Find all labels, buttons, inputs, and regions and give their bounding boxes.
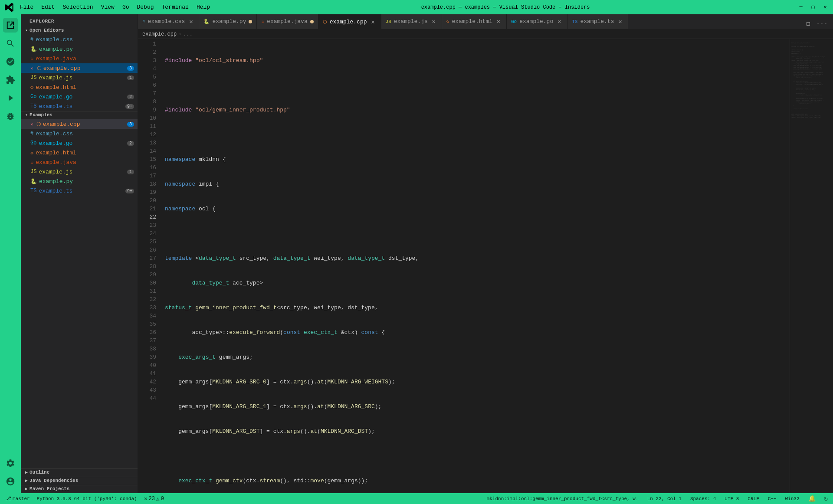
example-file-cpp[interactable]: ✕ ⬡ example.cpp 3: [21, 119, 138, 129]
code-line-1: #include "ocl/ocl_stream.hpp": [165, 56, 790, 65]
examples-section[interactable]: ▾ Examples: [21, 111, 138, 119]
cpp2-badge: 3: [127, 122, 134, 127]
source-control-icon[interactable]: [3, 54, 18, 69]
ln-17: 17: [138, 172, 156, 180]
split-editor-button[interactable]: ⊟: [804, 19, 812, 29]
explorer-icon[interactable]: [3, 18, 18, 33]
example-file-js[interactable]: JS example.js 1: [21, 167, 138, 177]
statusbar-left: ⎇ master Python 3.6.8 64-bit ('py36': co…: [3, 495, 166, 502]
go-file-icon: Go: [30, 94, 36, 100]
ln-21: 21: [138, 205, 156, 213]
tab-py[interactable]: 🐍 example.py: [199, 14, 257, 29]
tab-css[interactable]: # example.css ✕: [138, 14, 199, 29]
search-icon[interactable]: [3, 36, 18, 51]
tab-java[interactable]: ☕ example.java: [257, 14, 318, 29]
tab-ts[interactable]: TS example.ts ✕: [567, 14, 628, 29]
tab-go[interactable]: Go example.go ✕: [507, 14, 567, 29]
indentation[interactable]: Spaces: 4: [689, 496, 718, 501]
example-file-ts[interactable]: TS example.ts 9+: [21, 186, 138, 196]
eol[interactable]: CRLF: [746, 496, 761, 501]
code-line-12: acc_type>::execute_forward(const exec_ct…: [165, 328, 790, 337]
open-file-cpp[interactable]: ✕ ⬡ example.cpp 3: [21, 63, 138, 73]
java-deps-section[interactable]: ▶ Java Dependencies: [21, 477, 138, 485]
example-file-css[interactable]: # example.css: [21, 129, 138, 138]
tab-js[interactable]: JS example.js ✕: [381, 14, 442, 29]
js-tab-label: example.js: [394, 18, 428, 25]
go2-file-icon: Go: [30, 140, 36, 146]
ln-19: 19: [138, 188, 156, 196]
ln-22: 22: [138, 213, 156, 221]
tab-html[interactable]: ◇ example.html ✕: [442, 14, 507, 29]
debug-icon[interactable]: [3, 109, 18, 124]
open-file-java[interactable]: ☕ example.java: [21, 54, 138, 63]
minimize-button[interactable]: ─: [797, 4, 804, 10]
open-file-html[interactable]: ◇ example.html: [21, 82, 138, 92]
example-file-go[interactable]: Go example.go 2: [21, 138, 138, 148]
open-file-ts[interactable]: TS example.ts 9+: [21, 101, 138, 111]
menu-view[interactable]: View: [98, 3, 118, 11]
ln-15: 15: [138, 155, 156, 164]
git-branch[interactable]: ⎇ master: [3, 495, 32, 502]
ln-38: 38: [138, 345, 156, 353]
error-count[interactable]: ✕ 23 ⚠ 0: [142, 495, 166, 502]
git-status[interactable]: mkldnn:impl:ocl:gemm_inner_product_fwd_t…: [485, 496, 640, 501]
breadcrumb-file[interactable]: example.cpp: [142, 31, 177, 37]
maven-section[interactable]: ▶ Maven Projects: [21, 485, 138, 493]
java-filename: example.java: [36, 56, 76, 62]
platform-label: Win32: [785, 496, 800, 501]
maximize-button[interactable]: ▢: [810, 4, 817, 10]
encoding[interactable]: UTF-8: [723, 496, 741, 501]
code-line-17: [165, 452, 790, 460]
ts-tab-label: example.ts: [580, 18, 614, 25]
run-icon[interactable]: [3, 91, 18, 105]
ts-tab-close[interactable]: ✕: [617, 18, 623, 25]
ln-44: 44: [138, 394, 156, 403]
cpp-tab-close[interactable]: ✕: [370, 18, 377, 25]
tab-cpp[interactable]: ⬡ example.cpp ✕: [318, 14, 381, 29]
warning-number: 0: [161, 496, 164, 502]
open-editors-section[interactable]: ▾ Open Editors: [21, 26, 138, 35]
platform[interactable]: Win32: [784, 496, 801, 501]
more-actions-button[interactable]: ···: [814, 20, 830, 29]
js-tab-close[interactable]: ✕: [430, 18, 437, 25]
example-file-py[interactable]: 🐍 example.py: [21, 177, 138, 186]
breadcrumb-sep: ›: [178, 31, 181, 37]
code-editor[interactable]: #include "ocl/ocl_stream.hpp" #include "…: [161, 39, 790, 493]
open-file-css[interactable]: # example.css: [21, 35, 138, 44]
menu-debug[interactable]: Debug: [133, 3, 157, 11]
html-tab-close[interactable]: ✕: [495, 18, 502, 25]
settings-icon[interactable]: [3, 456, 18, 471]
open-editors-arrow: ▾: [25, 28, 28, 33]
language-mode[interactable]: C++: [766, 496, 778, 501]
menu-selection[interactable]: Selection: [59, 3, 96, 11]
minimap: #include "ocl/ocl_stream.hpp" #include "…: [790, 39, 833, 493]
cpp2-file-icon: ⬡: [36, 121, 41, 128]
menu-go[interactable]: Go: [119, 3, 133, 11]
go-badge: 2: [127, 95, 134, 99]
notification-bell[interactable]: 🔔: [807, 495, 817, 502]
python-env[interactable]: Python 3.6.8 64-bit ('py36': conda): [35, 496, 139, 501]
go-tab-close[interactable]: ✕: [556, 18, 563, 25]
close-button[interactable]: ✕: [822, 4, 829, 10]
html-file-icon: ◇: [30, 84, 33, 91]
extensions-icon[interactable]: [3, 72, 18, 87]
menu-file[interactable]: File: [16, 3, 37, 11]
menu-edit[interactable]: Edit: [38, 3, 58, 11]
py2-file-icon: 🐍: [30, 178, 37, 185]
java-tab-label: example.java: [267, 18, 308, 25]
menu-help[interactable]: Help: [193, 3, 213, 11]
sync-button[interactable]: ↻: [823, 495, 830, 502]
example-file-html[interactable]: ◇ example.html: [21, 148, 138, 157]
outline-section[interactable]: ▶ Outline: [21, 468, 138, 477]
open-file-py[interactable]: 🐍 example.py: [21, 44, 138, 54]
example-file-java[interactable]: ☕ example.java: [21, 157, 138, 167]
menu-terminal[interactable]: Terminal: [158, 3, 192, 11]
account-icon[interactable]: [3, 474, 18, 489]
open-file-go[interactable]: Go example.go 2: [21, 92, 138, 101]
cursor-position[interactable]: Ln 22, Col 1: [646, 496, 683, 501]
breadcrumb-more[interactable]: ...: [183, 31, 193, 37]
js-file-icon: JS: [30, 75, 36, 81]
css-tab-close[interactable]: ✕: [187, 18, 194, 25]
code-line-5: namespace mkldnn {: [165, 155, 790, 164]
open-file-js[interactable]: JS example.js 1: [21, 73, 138, 82]
